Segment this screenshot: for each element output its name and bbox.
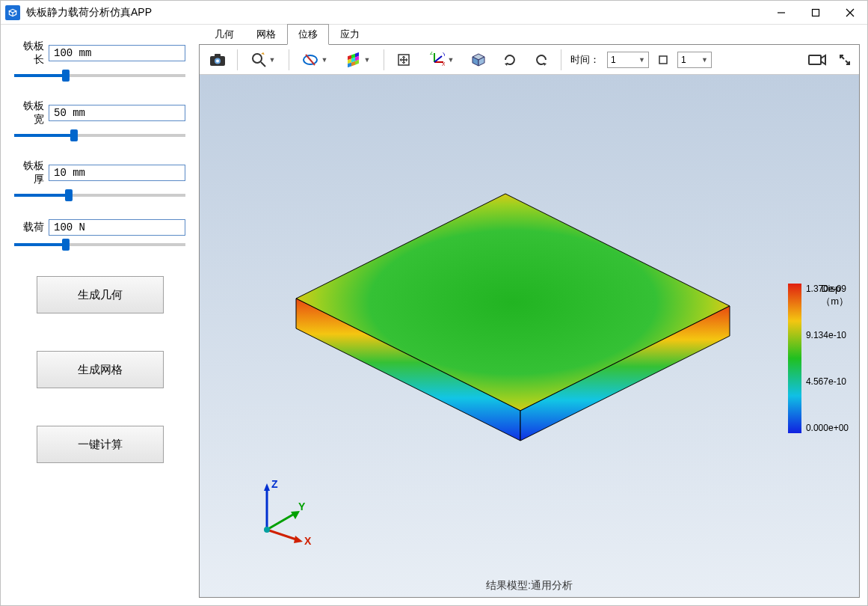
- width-slider[interactable]: [14, 134, 185, 137]
- svg-point-37: [264, 527, 270, 533]
- client-area: 铁板长 铁板宽 铁板厚: [1, 25, 867, 605]
- tab-displacement[interactable]: 位移: [287, 24, 329, 45]
- axis-y-label: Y: [298, 501, 306, 512]
- svg-line-7: [261, 62, 265, 67]
- svg-rect-27: [809, 55, 821, 64]
- compute-button[interactable]: 一键计算: [37, 426, 164, 463]
- param-length: 铁板长: [14, 40, 185, 77]
- fit-view-button[interactable]: [390, 48, 417, 72]
- app-icon: [5, 5, 20, 20]
- maximize-button[interactable]: [798, 1, 833, 25]
- generate-mesh-button[interactable]: 生成网格: [37, 351, 164, 388]
- width-input[interactable]: [49, 105, 185, 121]
- legend-tick: 1.370e-09: [806, 284, 849, 294]
- svg-text:X: X: [442, 61, 445, 67]
- time-select[interactable]: 1▼: [607, 52, 649, 68]
- svg-text:Y: Y: [443, 52, 445, 57]
- button-label: 生成几何: [78, 288, 123, 302]
- viewer: ▼ ▼: [199, 44, 860, 598]
- load-slider[interactable]: [14, 243, 185, 246]
- close-button[interactable]: [833, 1, 867, 25]
- svg-point-5: [216, 59, 219, 62]
- viewport-3d[interactable]: Z Y X Disp （m） 1.: [200, 75, 859, 597]
- zoom-button[interactable]: ▼: [244, 48, 283, 72]
- sidebar: 铁板长 铁板宽 铁板厚: [1, 25, 199, 605]
- camera-button[interactable]: [804, 48, 831, 72]
- color-legend: 1.370e-09 9.134e-10 4.567e-10 0.000e+00: [788, 284, 849, 433]
- param-label: 铁板宽: [14, 100, 44, 126]
- length-input[interactable]: [49, 45, 185, 61]
- result-plate: [266, 171, 745, 471]
- orientation-button[interactable]: ZXY ▼: [422, 48, 461, 72]
- svg-rect-3: [215, 54, 221, 58]
- main-panel: 几何 网格 位移 应力 ▼: [199, 25, 867, 605]
- svg-rect-38: [788, 284, 801, 433]
- axis-x-label: X: [304, 535, 312, 545]
- param-width: 铁板宽: [14, 100, 185, 137]
- svg-line-35: [267, 513, 295, 530]
- expand-button[interactable]: [835, 48, 855, 72]
- svg-rect-26: [659, 56, 667, 64]
- param-label: 载荷: [14, 221, 44, 234]
- tab-stress[interactable]: 应力: [329, 24, 371, 44]
- rotate-ccw-button[interactable]: [528, 48, 555, 72]
- clipping-button[interactable]: ▼: [295, 48, 334, 72]
- tab-geometry[interactable]: 几何: [203, 24, 245, 44]
- param-thickness: 铁板厚: [14, 159, 185, 197]
- button-label: 一键计算: [78, 438, 123, 452]
- colormap-button[interactable]: ▼: [339, 48, 378, 72]
- time-label: 时间：: [567, 53, 603, 67]
- svg-line-22: [434, 56, 442, 62]
- svg-text:Z: Z: [430, 52, 434, 55]
- svg-rect-1: [813, 9, 819, 16]
- tab-bar: 几何 网格 位移 应力: [199, 25, 860, 44]
- svg-marker-32: [264, 483, 270, 491]
- generate-geometry-button[interactable]: 生成几何: [37, 276, 164, 313]
- svg-point-6: [253, 54, 262, 63]
- svg-line-33: [267, 530, 298, 540]
- app-title: 铁板静力载荷分析仿真APP: [26, 6, 152, 19]
- step-select[interactable]: 1▼: [677, 52, 712, 68]
- app-window: 铁板静力载荷分析仿真APP 铁板长: [0, 0, 868, 606]
- viewport-caption: 结果模型:通用分析: [200, 579, 859, 593]
- legend-tick: 0.000e+00: [806, 423, 849, 433]
- step-value: 1: [681, 55, 686, 65]
- svg-marker-28: [296, 194, 730, 411]
- thickness-slider[interactable]: [14, 194, 185, 197]
- step-stop-button[interactable]: [653, 48, 673, 72]
- rotate-cw-button[interactable]: [496, 48, 523, 72]
- minimize-button[interactable]: [764, 1, 798, 25]
- legend-bar-icon: [788, 284, 801, 433]
- title-bar: 铁板静力载荷分析仿真APP: [1, 1, 867, 25]
- svg-marker-34: [294, 536, 303, 543]
- thickness-input[interactable]: [49, 165, 185, 181]
- load-input[interactable]: [49, 219, 185, 236]
- legend-tick: 4.567e-10: [806, 376, 849, 387]
- axis-triad-icon: Z Y X: [252, 477, 319, 545]
- param-load: 载荷: [14, 219, 185, 246]
- front-view-button[interactable]: [465, 48, 492, 72]
- screenshot-button[interactable]: [204, 48, 231, 72]
- button-label: 生成网格: [78, 363, 123, 377]
- legend-tick: 9.134e-10: [806, 330, 849, 340]
- param-label: 铁板长: [14, 40, 44, 67]
- viewer-toolbar: ▼ ▼: [200, 45, 859, 75]
- time-value: 1: [611, 55, 616, 65]
- legend-ticks: 1.370e-09 9.134e-10 4.567e-10 0.000e+00: [806, 284, 849, 433]
- axis-z-label: Z: [271, 478, 278, 490]
- tab-mesh[interactable]: 网格: [245, 24, 287, 44]
- length-slider[interactable]: [14, 74, 185, 77]
- param-label: 铁板厚: [14, 159, 44, 186]
